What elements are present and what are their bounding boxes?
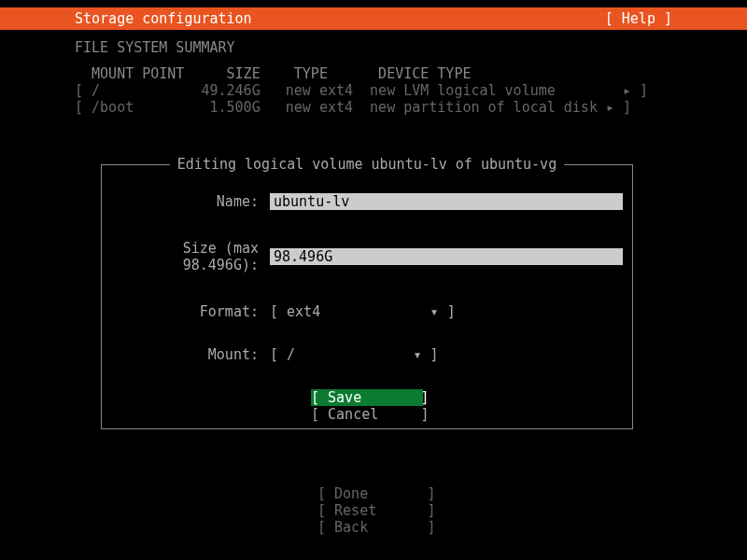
edit-lv-form: Name: Size (max 98.496G): Format: [ ext4… — [102, 165, 632, 423]
header-bar: Storage configuration [ Help ] — [0, 7, 747, 30]
cancel-button[interactable]: [ Cancel ] — [311, 406, 423, 423]
modal-title: Editing logical volume ubuntu-lv of ubun… — [170, 156, 564, 173]
save-button[interactable]: [ Save ] — [311, 389, 423, 406]
row-name: Name: — [102, 193, 632, 210]
filesystem-summary-table: MOUNT POINT SIZE TYPE DEVICE TYPE [ / 49… — [0, 60, 747, 116]
size-input[interactable] — [270, 248, 623, 265]
fs-row-root[interactable]: [ / 49.246G new ext4 new LVM logical vol… — [75, 82, 672, 99]
format-label: Format: — [102, 303, 270, 320]
name-input[interactable] — [270, 193, 623, 210]
section-title: FILE SYSTEM SUMMARY — [0, 30, 747, 60]
fs-row-boot[interactable]: [ /boot 1.500G new ext4 new partition of… — [75, 99, 672, 116]
reset-button[interactable]: [ Reset ] — [317, 502, 430, 519]
name-label: Name: — [102, 193, 270, 210]
footer-buttons: [ Done ] [ Reset ] [ Back ] — [0, 485, 747, 536]
back-button[interactable]: [ Back ] — [317, 519, 430, 536]
row-size: Size (max 98.496G): — [102, 240, 632, 273]
fs-table-header: MOUNT POINT SIZE TYPE DEVICE TYPE — [75, 65, 672, 82]
format-select[interactable]: [ ext4 ▾ ] — [270, 303, 456, 320]
mount-label: Mount: — [102, 346, 270, 363]
size-label: Size (max 98.496G): — [102, 240, 270, 273]
mount-select[interactable]: [ / ▾ ] — [270, 346, 439, 363]
edit-lv-modal: Editing logical volume ubuntu-lv of ubun… — [101, 164, 633, 429]
modal-title-wrap: Editing logical volume ubuntu-lv of ubun… — [102, 156, 632, 173]
row-format: Format: [ ext4 ▾ ] — [102, 303, 632, 320]
page-title: Storage configuration — [75, 10, 252, 27]
done-button[interactable]: [ Done ] — [317, 485, 430, 502]
row-mount: Mount: [ / ▾ ] — [102, 346, 632, 363]
help-link[interactable]: [ Help ] — [605, 10, 672, 27]
modal-button-stack: [ Save ] [ Cancel ] — [102, 389, 632, 423]
